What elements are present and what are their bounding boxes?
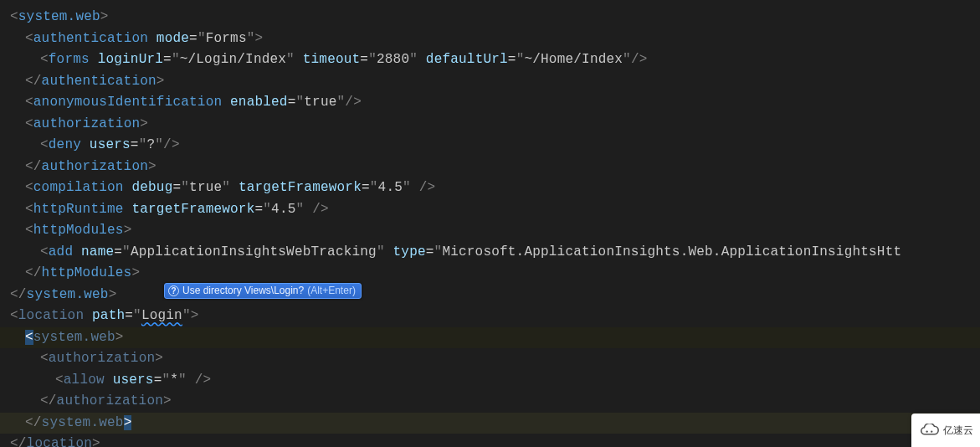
code-line[interactable]: <forms loginUrl="~/Login/Index" timeout=… bbox=[0, 49, 980, 71]
watermark-logo: 亿速云 bbox=[911, 414, 980, 447]
code-line[interactable]: <authorization> bbox=[0, 114, 980, 136]
code-line[interactable]: <compilation debug="true" targetFramewor… bbox=[0, 177, 980, 199]
code-line[interactable]: </authorization> bbox=[0, 157, 980, 178]
code-line[interactable]: </system.web> bbox=[0, 413, 980, 434]
code-line[interactable]: </location> bbox=[0, 434, 980, 447]
code-line[interactable]: </authentication> bbox=[0, 71, 980, 93]
code-line[interactable]: <system.web> bbox=[0, 327, 980, 349]
code-editor[interactable]: <system.web><authentication mode="Forms"… bbox=[0, 0, 980, 447]
code-line[interactable]: </authorization> bbox=[0, 391, 980, 413]
question-icon: ? bbox=[168, 285, 179, 296]
hint-text: Use directory Views\Login? bbox=[182, 285, 304, 296]
hint-shortcut: (Alt+Enter) bbox=[307, 285, 356, 296]
code-line[interactable]: <deny users="?"/> bbox=[0, 135, 980, 157]
code-line[interactable]: <anonymousIdentification enabled="true"/… bbox=[0, 92, 980, 114]
code-line[interactable]: <add name="ApplicationInsightsWebTrackin… bbox=[0, 242, 980, 264]
quickfix-hint[interactable]: ? Use directory Views\Login? (Alt+Enter) bbox=[164, 283, 362, 299]
code-line[interactable]: </system.web> bbox=[0, 285, 980, 306]
code-line[interactable]: <authorization> bbox=[0, 348, 980, 370]
code-line[interactable]: </httpModules> bbox=[0, 263, 980, 285]
svg-point-0 bbox=[926, 430, 927, 432]
code-line[interactable]: <location path="Login"> bbox=[0, 306, 980, 327]
code-line[interactable]: <allow users="*" /> bbox=[0, 370, 980, 392]
logo-text: 亿速云 bbox=[943, 424, 973, 438]
cloud-icon bbox=[918, 424, 940, 437]
code-line[interactable]: <authentication mode="Forms"> bbox=[0, 28, 980, 50]
svg-point-1 bbox=[931, 430, 932, 432]
code-line[interactable]: <system.web> bbox=[0, 7, 980, 28]
code-line[interactable]: <httpModules> bbox=[0, 220, 980, 242]
code-line[interactable]: <httpRuntime targetFramework="4.5" /> bbox=[0, 199, 980, 221]
